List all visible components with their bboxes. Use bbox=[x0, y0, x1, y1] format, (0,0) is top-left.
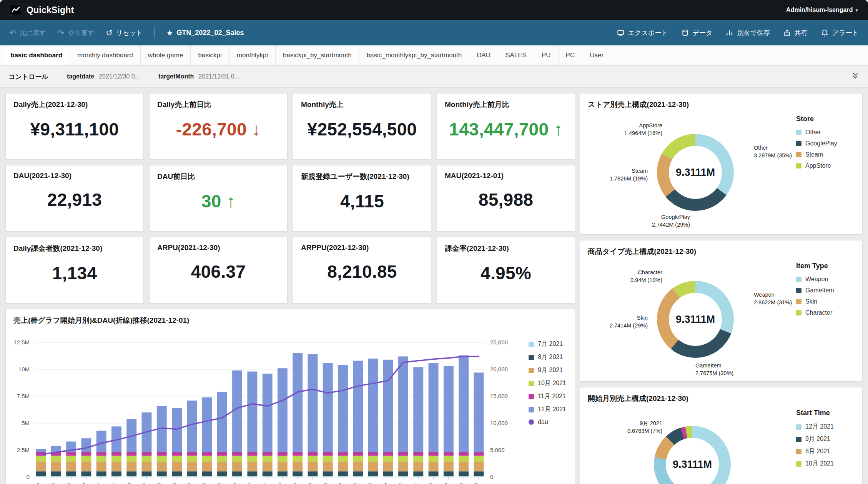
sales-dau-combo-chart[interactable]: 売上(棒グラフ開始月別)&DAU(折線)推移(2021-12-01) 002.5… bbox=[5, 309, 575, 484]
tab-monthlykpi[interactable]: monthlykpi bbox=[229, 45, 276, 65]
filter-tagetdate[interactable]: tagetdate 2021/12/30 0... bbox=[67, 73, 140, 80]
legend-item[interactable]: Character bbox=[796, 309, 849, 316]
tab-sales[interactable]: SALES bbox=[498, 45, 534, 65]
kpi-card-new-users[interactable]: 新規登録ユーザー数(2021-12-30) 4,115 bbox=[293, 165, 431, 232]
legend-item[interactable]: 7月 2021 bbox=[529, 340, 566, 348]
kpi-card-monthly-sales-mom[interactable]: Monthly売上前月比 143,447,700 ↑ bbox=[437, 93, 575, 160]
legend-item[interactable]: Steam bbox=[796, 151, 849, 158]
kpi-card-pay-rate[interactable]: 課金率(2021-12-30) 4.95% bbox=[437, 237, 575, 304]
kpi-title: MAU(2021-12-01) bbox=[445, 172, 567, 180]
tab-pu[interactable]: PU bbox=[534, 45, 559, 65]
kpi-title: Daily売上(2021-12-30) bbox=[13, 100, 136, 110]
dashboard-canvas: Daily売上(2021-12-30) ¥9,311,100 Daily売上前日… bbox=[0, 88, 868, 484]
tab-dau[interactable]: DAU bbox=[469, 45, 498, 65]
kpi-card-daily-payers[interactable]: Daily課金者数(2021-12-30) 1,134 bbox=[5, 237, 144, 304]
tab-basic-monthlykpi-by-startmonth[interactable]: basic_monthlykpi_by_startmonth bbox=[359, 45, 470, 65]
legend-swatch bbox=[796, 449, 801, 454]
item-type-sales-donut-card[interactable]: 商品タイプ売上構成(2021-12-30) 9.3111M Character0… bbox=[580, 240, 863, 382]
legend-swatch bbox=[529, 381, 534, 386]
analysis-toolbar: ↶ 元に戻す ↷ やり直す ↺ リセット ★ GTN_2022_02_Sales… bbox=[0, 20, 868, 45]
legend-item[interactable]: GameItem bbox=[796, 287, 849, 294]
legend-item[interactable]: dau bbox=[529, 419, 566, 426]
legend-item[interactable]: 11月 2021 bbox=[529, 392, 566, 401]
controls-label: コントロール bbox=[8, 72, 48, 81]
store-sales-donut-card[interactable]: ストア別売上構成(2021-12-30) 9.3111M AppStore1.4… bbox=[580, 93, 863, 235]
export-button[interactable]: エクスポート bbox=[617, 28, 668, 37]
legend-item[interactable]: 8月 2021 bbox=[529, 353, 566, 361]
legend-item[interactable]: 9月 2021 bbox=[796, 435, 849, 443]
share-button[interactable]: 共有 bbox=[783, 28, 808, 37]
legend-swatch bbox=[796, 310, 801, 315]
legend-item[interactable]: 12月 2021 bbox=[529, 406, 566, 414]
svg-text:5,000: 5,000 bbox=[490, 447, 505, 453]
svg-text:12/4: 12/4 bbox=[76, 481, 87, 484]
kpi-card-daily-sales-dod[interactable]: Daily売上前日比 -226,700 ↓ bbox=[149, 93, 288, 160]
save-as-button[interactable]: 別名で保存 bbox=[725, 28, 770, 37]
undo-button[interactable]: ↶ 元に戻す bbox=[9, 28, 46, 37]
redo-button[interactable]: ↷ やり直す bbox=[57, 28, 94, 37]
kpi-title: ARPU(2021-12-30) bbox=[157, 244, 279, 252]
tab-basickpi[interactable]: basickpi bbox=[191, 45, 229, 65]
legend-item[interactable]: 10月 2021 bbox=[796, 460, 849, 468]
kpi-card-arppu[interactable]: ARPPU(2021-12-30) 8,210.85 bbox=[293, 237, 431, 304]
tab-monthly-dashboard[interactable]: monthly dashboard bbox=[70, 45, 141, 65]
donut-total: 9.3111M bbox=[657, 134, 734, 211]
svg-text:20,000: 20,000 bbox=[490, 366, 508, 372]
legend-swatch bbox=[529, 419, 534, 425]
controls-bar: コントロール tagetdate 2021/12/30 0... targetM… bbox=[0, 66, 868, 88]
alert-label: アラート bbox=[832, 28, 859, 37]
export-label: エクスポート bbox=[628, 28, 668, 37]
legend-item[interactable]: 12月 2021 bbox=[796, 423, 849, 431]
expand-controls-button[interactable] bbox=[851, 72, 860, 82]
donut-legend: Item Type Weapon GameItem Skin Character bbox=[796, 262, 849, 320]
donut-total: 9.3111M bbox=[657, 281, 734, 358]
share-label: 共有 bbox=[795, 28, 808, 37]
kpi-card-monthly-sales[interactable]: Monthly売上 ¥252,554,500 bbox=[293, 93, 431, 160]
user-menu[interactable]: Admin/hisum-Isengard ▾ bbox=[786, 7, 858, 13]
svg-text:12/13: 12/13 bbox=[210, 481, 223, 484]
legend-item[interactable]: Weapon bbox=[796, 276, 849, 283]
legend-item[interactable]: GooglePlay bbox=[796, 140, 849, 147]
filter-targetmonth[interactable]: targetMonth 2021/12/01 0... bbox=[158, 73, 239, 80]
tab-user[interactable]: User bbox=[582, 45, 611, 65]
data-button[interactable]: データ bbox=[681, 28, 713, 37]
tab-whole-game[interactable]: whole game bbox=[141, 45, 191, 65]
legend-item[interactable]: 10月 2021 bbox=[529, 379, 566, 387]
reset-label: リセット bbox=[116, 28, 143, 37]
filter-name: tagetdate bbox=[67, 73, 94, 80]
svg-text:12/26: 12/26 bbox=[406, 481, 419, 484]
double-chevron-down-icon bbox=[851, 72, 860, 80]
svg-text:12/2: 12/2 bbox=[46, 481, 57, 484]
legend-item[interactable]: AppStore bbox=[796, 162, 849, 169]
donut-chart: 9.3111M bbox=[657, 134, 734, 211]
legend-item[interactable]: Skin bbox=[796, 298, 849, 305]
kpi-value: 1,134 bbox=[13, 263, 136, 284]
callout-skin: Skin2.7414M (29%) bbox=[586, 314, 648, 329]
svg-text:12/8: 12/8 bbox=[136, 481, 147, 484]
tab-basickpi-by-startmonth[interactable]: basickpi_by_startmonth bbox=[276, 45, 359, 65]
svg-text:12/27: 12/27 bbox=[421, 481, 434, 484]
svg-text:12/24: 12/24 bbox=[376, 481, 389, 484]
legend-item[interactable]: 9月 2021 bbox=[529, 366, 566, 374]
kpi-card-dau-dod[interactable]: DAU前日比 30 ↑ bbox=[149, 165, 288, 232]
legend-item[interactable]: 8月 2021 bbox=[796, 447, 849, 456]
tab-pc[interactable]: PC bbox=[559, 45, 583, 65]
save-as-label: 別名で保存 bbox=[737, 28, 770, 37]
legend-swatch bbox=[796, 299, 801, 304]
reset-button[interactable]: ↺ リセット bbox=[106, 28, 143, 37]
toolbar-right-group: エクスポート データ 別名で保存 共有 bbox=[617, 28, 859, 37]
kpi-card-dau[interactable]: DAU(2021-12-30) 22,913 bbox=[5, 165, 144, 232]
kpi-card-mau[interactable]: MAU(2021-12-01) 85,988 bbox=[437, 165, 575, 232]
legend-title: Store bbox=[796, 115, 849, 123]
kpi-card-daily-sales[interactable]: Daily売上(2021-12-30) ¥9,311,100 bbox=[5, 93, 144, 160]
favorite-button[interactable]: ★ GTN_2022_02_Sales bbox=[166, 28, 244, 37]
tab-basic-dashboard[interactable]: basic dashboard bbox=[3, 45, 70, 65]
legend-item[interactable]: Other bbox=[796, 129, 849, 136]
svg-text:12/20: 12/20 bbox=[315, 481, 329, 484]
donut-title: 開始月別売上構成(2021-12-30) bbox=[588, 394, 855, 404]
legend-swatch bbox=[796, 163, 801, 169]
kpi-card-arpu[interactable]: ARPU(2021-12-30) 406.37 bbox=[149, 237, 288, 304]
start-month-sales-donut-card[interactable]: 開始月別売上構成(2021-12-30) 9.3111M 9月 20210.67… bbox=[580, 387, 863, 484]
alert-button[interactable]: アラート bbox=[821, 28, 859, 37]
legend-label: 11月 2021 bbox=[538, 392, 566, 401]
